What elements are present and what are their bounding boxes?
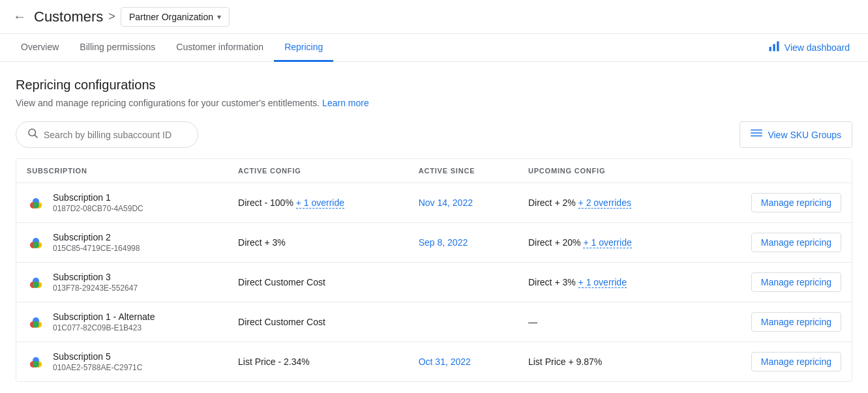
subscription-id: 015C85-4719CE-164998 (53, 244, 140, 253)
active-config-link[interactable]: + 1 override (296, 197, 344, 209)
upcoming-config-link[interactable]: + 1 override (583, 237, 631, 248)
svg-point-15 (33, 242, 39, 248)
svg-rect-6 (751, 132, 762, 134)
subscription-cell: Subscription 2 015C85-4719CE-164998 (16, 223, 228, 263)
tabs-right: View dashboard (760, 35, 858, 61)
active-since-link[interactable]: Oct 31, 2022 (419, 357, 471, 367)
active-config-cell: Direct Customer Cost (228, 302, 408, 342)
active-config-value: Direct Customer Cost (238, 317, 325, 327)
sku-groups-button[interactable]: View SKU Groups (740, 121, 852, 148)
table-row: Subscription 2 015C85-4719CE-164998 Dire… (16, 223, 852, 263)
subscription-cell: Subscription 1 - Alternate 01C077-82C09B… (16, 302, 228, 342)
subscription-name: Subscription 1 - Alternate (53, 312, 155, 322)
subscription-id: 01C077-82C09B-E1B423 (53, 323, 155, 332)
svg-point-3 (29, 129, 36, 136)
active-config-value: Direct - 100% (238, 197, 293, 208)
col-actions (695, 159, 852, 183)
active-since-cell: Nov 14, 2022 (408, 183, 518, 223)
upcoming-config-link[interactable]: + 1 override (578, 277, 627, 288)
manage-repricing-button[interactable]: Manage repricing (751, 352, 841, 371)
back-button[interactable]: ← (10, 7, 29, 27)
upcoming-config-cell: Direct + 20% + 1 override (518, 223, 695, 263)
upcoming-config-value: Direct + 20% (528, 237, 581, 248)
view-dashboard-button[interactable]: View dashboard (760, 35, 858, 61)
repricing-table: Subscription Active Config Active Since … (16, 158, 852, 382)
subscription-name: Subscription 5 (53, 351, 142, 362)
table-row: Subscription 1 0187D2-08CB70-4A59DC Dire… (16, 183, 852, 223)
active-config-value: Direct + 3% (238, 237, 286, 248)
table-row: Subscription 1 - Alternate 01C077-82C09B… (16, 302, 852, 342)
table-header-row: Subscription Active Config Active Since … (16, 159, 852, 183)
subscription-name: Subscription 2 (53, 232, 140, 242)
svg-rect-7 (751, 136, 762, 137)
upcoming-config-value: — (528, 317, 537, 327)
search-box (16, 121, 198, 148)
tab-repricing[interactable]: Repricing (274, 34, 333, 62)
active-since-cell: Sep 8, 2022 (408, 223, 518, 263)
active-since-link[interactable]: Nov 14, 2022 (419, 197, 473, 208)
action-cell: Manage repricing (695, 263, 852, 302)
bar-chart-icon (768, 40, 781, 56)
subscription-id: 010AE2-5788AE-C2971C (53, 363, 142, 372)
svg-line-4 (35, 135, 37, 138)
active-since-cell: Oct 31, 2022 (408, 342, 518, 382)
col-active-config: Active Config (228, 159, 408, 183)
search-input[interactable] (44, 130, 187, 140)
upcoming-config-cell: — (518, 302, 695, 342)
tab-customer-information[interactable]: Customer information (166, 34, 274, 62)
upcoming-config-cell: Direct + 3% + 1 override (518, 263, 695, 302)
svg-point-23 (33, 321, 39, 328)
subscription-id: 0187D2-08CB70-4A59DC (53, 204, 143, 213)
active-config-cell: Direct + 3% (228, 223, 408, 263)
upcoming-config-value: Direct + 3% (528, 277, 576, 287)
top-bar: ← Customers > Partner Organization ▾ (0, 0, 868, 34)
manage-repricing-button[interactable]: Manage repricing (751, 312, 841, 332)
tab-billing-permissions[interactable]: Billing permissions (69, 34, 166, 62)
svg-rect-5 (751, 130, 762, 131)
manage-repricing-button[interactable]: Manage repricing (751, 233, 841, 252)
active-config-cell: List Price - 2.34% (228, 342, 408, 382)
manage-repricing-button[interactable]: Manage repricing (751, 272, 841, 292)
svg-point-27 (33, 361, 39, 368)
search-row: View SKU Groups (16, 121, 852, 148)
page-title: Customers (34, 8, 103, 25)
sku-groups-label: View SKU Groups (768, 130, 841, 140)
subscription-cell: Subscription 3 013F78-29243E-552647 (16, 263, 228, 302)
action-cell: Manage repricing (695, 342, 852, 382)
section-description: View and manage repricing configurations… (16, 98, 852, 108)
upcoming-config-link[interactable]: + 2 overrides (578, 197, 631, 209)
org-name: Partner Organization (129, 12, 213, 22)
org-selector[interactable]: Partner Organization ▾ (121, 7, 230, 27)
upcoming-config-value: List Price + 9.87% (528, 357, 602, 367)
subscription-name: Subscription 1 (53, 192, 143, 203)
svg-point-11 (33, 202, 39, 209)
learn-more-link[interactable]: Learn more (322, 98, 369, 108)
svg-rect-2 (777, 41, 779, 51)
search-icon (27, 127, 38, 142)
col-active-since: Active Since (408, 159, 518, 183)
upcoming-config-value: Direct + 2% (528, 197, 576, 208)
view-dashboard-label: View dashboard (785, 42, 850, 53)
action-cell: Manage repricing (695, 183, 852, 223)
action-cell: Manage repricing (695, 223, 852, 263)
table-row: Subscription 5 010AE2-5788AE-C2971C List… (16, 342, 852, 382)
svg-rect-0 (769, 46, 771, 51)
subscription-name: Subscription 3 (53, 272, 138, 282)
active-since-link[interactable]: Sep 8, 2022 (419, 237, 468, 248)
svg-point-19 (33, 282, 39, 288)
breadcrumb-separator: > (108, 10, 115, 23)
active-config-value: List Price - 2.34% (238, 357, 310, 367)
upcoming-config-cell: List Price + 9.87% (518, 342, 695, 382)
subscription-cell: Subscription 5 010AE2-5788AE-C2971C (16, 342, 228, 382)
subscription-cell: Subscription 1 0187D2-08CB70-4A59DC (16, 183, 228, 223)
manage-repricing-button[interactable]: Manage repricing (751, 193, 841, 212)
chevron-down-icon: ▾ (217, 12, 221, 22)
active-config-value: Direct Customer Cost (238, 277, 325, 287)
menu-icon (751, 127, 762, 142)
section-title: Repricing configurations (16, 78, 852, 93)
active-config-cell: Direct - 100% + 1 override (228, 183, 408, 223)
svg-rect-1 (773, 44, 775, 51)
action-cell: Manage repricing (695, 302, 852, 342)
table-row: Subscription 3 013F78-29243E-552647 Dire… (16, 263, 852, 302)
tab-overview[interactable]: Overview (10, 34, 69, 62)
